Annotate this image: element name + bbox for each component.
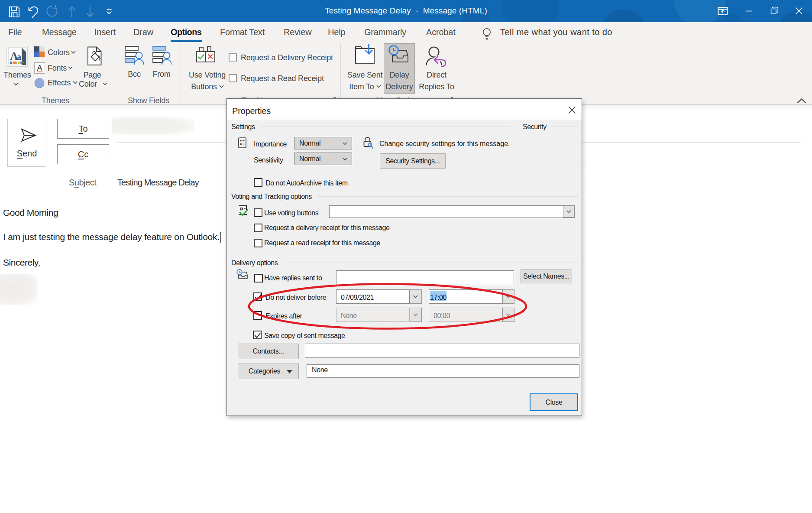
- svg-text:a: a: [17, 52, 21, 62]
